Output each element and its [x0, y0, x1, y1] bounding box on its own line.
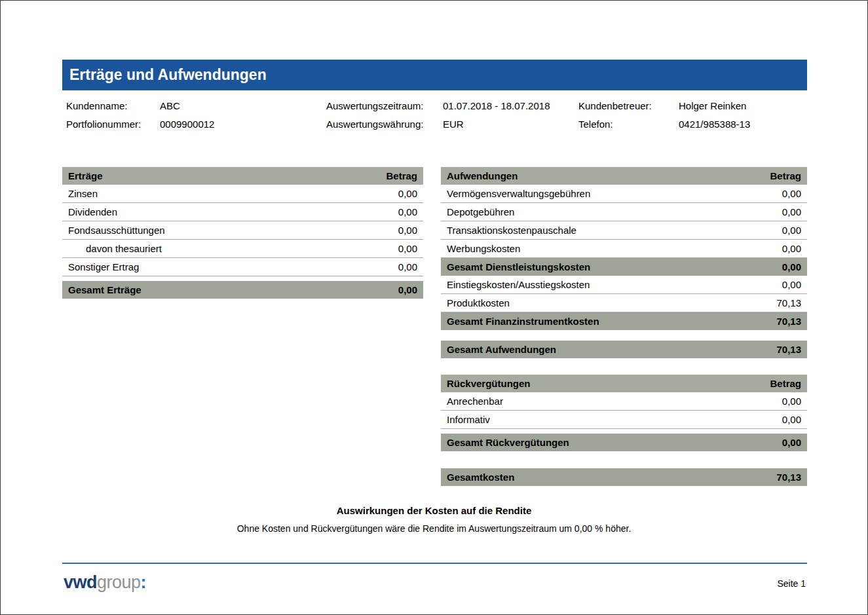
- total-amount: 0,00: [782, 261, 801, 272]
- expenses-column: Aufwendungen Betrag Vermögensverwaltungs…: [441, 167, 807, 486]
- expenses-total-row: Gesamt Aufwendungen 70,13: [441, 341, 807, 358]
- info-label-portfolionummer: Portfolionummer:: [66, 119, 160, 130]
- info-label-auswertungszeitraum: Auswertungszeitraum:: [326, 100, 443, 111]
- info-value-kundenbetreuer: Holger Reinken: [679, 100, 807, 111]
- logo-vwd: vwd: [64, 572, 97, 592]
- logo-colon: :: [141, 572, 147, 592]
- row-amount: 0,00: [398, 261, 417, 272]
- header-label: Rückvergütungen: [447, 378, 531, 389]
- total-amount: 70,13: [776, 344, 801, 355]
- total-label: Gesamt Finanzinstrumentkosten: [447, 316, 599, 327]
- report-page: Erträge und Aufwendungen Kundenname: ABC…: [0, 0, 868, 615]
- total-costs-row: Gesamtkosten 70,13: [441, 468, 807, 486]
- row-amount: 0,00: [398, 243, 417, 254]
- footer-divider: [62, 563, 807, 564]
- row-label: Produktkosten: [447, 297, 510, 308]
- info-value-telefon: 0421/985388-13: [679, 119, 807, 130]
- row-amount: 0,00: [782, 414, 801, 425]
- info-label-kundenbetreuer: Kundenbetreuer:: [578, 100, 679, 111]
- row-label: Informativ: [447, 414, 490, 425]
- table-row: Dividenden 0,00: [62, 203, 423, 221]
- row-amount: 0,00: [782, 396, 801, 407]
- info-value-auswertungswaehrung: EUR: [443, 119, 578, 130]
- row-amount: 70,13: [776, 297, 801, 308]
- total-amount: 70,13: [776, 316, 801, 327]
- table-row: Transaktionskostenpauschale 0,00: [441, 221, 807, 240]
- page-title: Erträge und Aufwendungen: [69, 66, 267, 84]
- page-number: Seite 1: [777, 578, 806, 589]
- row-amount: 0,00: [782, 188, 801, 199]
- row-amount: 0,00: [782, 206, 801, 217]
- rebates-total-row: Gesamt Rückvergütungen 0,00: [441, 434, 807, 451]
- total-amount: 70,13: [776, 472, 801, 483]
- row-label: Sonstiger Ertrag: [68, 261, 139, 272]
- total-label: Gesamt Erträge: [68, 284, 142, 295]
- table-row: Zinsen 0,00: [62, 185, 423, 203]
- info-label-kundenname: Kundenname:: [66, 100, 160, 111]
- income-table: Erträge Betrag Zinsen 0,00 Dividenden 0,…: [62, 167, 423, 299]
- total-label: Gesamt Rückvergütungen: [447, 437, 569, 448]
- table-row: davon thesauriert 0,00: [62, 240, 423, 258]
- info-value-auswertungszeitraum: 01.07.2018 - 18.07.2018: [443, 100, 578, 111]
- info-value-kundenname: ABC: [160, 100, 326, 111]
- row-amount: 0,00: [398, 206, 417, 217]
- table-row: Informativ 0,00: [441, 411, 807, 429]
- row-label: Depotgebühren: [447, 206, 514, 217]
- header-amount: Betrag: [770, 378, 801, 389]
- expenses-table-header: Aufwendungen Betrag: [441, 167, 807, 185]
- table-row: Anrechenbar 0,00: [441, 392, 807, 411]
- return-impact-note: Auswirkungen der Kosten auf die Rendite …: [1, 505, 867, 534]
- title-bar: Erträge und Aufwendungen: [62, 60, 807, 90]
- income-table-header: Erträge Betrag: [62, 167, 423, 185]
- total-label: Gesamtkosten: [447, 472, 514, 483]
- header-label: Erträge: [68, 170, 103, 181]
- rebates-table-header: Rückvergütungen Betrag: [441, 375, 807, 392]
- table-row: Produktkosten 70,13: [441, 294, 807, 312]
- header-label: Aufwendungen: [447, 170, 518, 181]
- income-total-row: Gesamt Erträge 0,00: [62, 281, 423, 299]
- total-label: Gesamt Aufwendungen: [447, 344, 556, 355]
- customer-info: Kundenname: ABC Auswertungszeitraum: 01.…: [66, 96, 807, 133]
- row-label: Vermögensverwaltungsgebühren: [447, 188, 590, 199]
- info-label-auswertungswaehrung: Auswertungswährung:: [326, 119, 443, 130]
- total-amount: 0,00: [782, 437, 801, 448]
- table-row: Vermögensverwaltungsgebühren 0,00: [441, 185, 807, 203]
- return-impact-title: Auswirkungen der Kosten auf die Rendite: [1, 505, 867, 516]
- row-amount: 0,00: [782, 225, 801, 236]
- instrument-costs-subtotal-row: Gesamt Finanzinstrumentkosten 70,13: [441, 312, 807, 330]
- row-label: Zinsen: [68, 188, 98, 199]
- table-row: Fondsausschüttungen 0,00: [62, 221, 423, 240]
- header-amount: Betrag: [770, 170, 801, 181]
- table-row: Einstiegskosten/Ausstiegskosten 0,00: [441, 276, 807, 294]
- row-label: Werbungskosten: [447, 243, 520, 254]
- return-impact-text: Ohne Kosten und Rückvergütungen wäre die…: [1, 523, 867, 534]
- expenses-table: Aufwendungen Betrag Vermögensverwaltungs…: [441, 167, 807, 358]
- row-amount: 0,00: [782, 279, 801, 290]
- info-value-portfolionummer: 0009900012: [160, 119, 326, 130]
- row-amount: 0,00: [782, 243, 801, 254]
- total-label: Gesamt Dienstleistungskosten: [447, 261, 590, 272]
- row-label: Transaktionskostenpauschale: [447, 225, 576, 236]
- service-costs-subtotal-row: Gesamt Dienstleistungskosten 0,00: [441, 258, 807, 276]
- row-amount: 0,00: [398, 225, 417, 236]
- logo-group: group: [97, 572, 141, 592]
- row-label: Anrechenbar: [447, 396, 503, 407]
- row-label: Einstiegskosten/Ausstiegskosten: [447, 279, 590, 290]
- rebates-table: Rückvergütungen Betrag Anrechenbar 0,00 …: [441, 375, 807, 451]
- total-amount: 0,00: [398, 284, 417, 295]
- header-amount: Betrag: [386, 170, 417, 181]
- info-label-telefon: Telefon:: [578, 119, 679, 130]
- table-row: Werbungskosten 0,00: [441, 240, 807, 258]
- row-label: Dividenden: [68, 206, 117, 217]
- row-label: davon thesauriert: [68, 243, 162, 254]
- table-row: Depotgebühren 0,00: [441, 203, 807, 221]
- vwd-group-logo: vwdgroup:: [64, 572, 146, 593]
- row-amount: 0,00: [398, 188, 417, 199]
- row-label: Fondsausschüttungen: [68, 225, 165, 236]
- table-row: Sonstiger Ertrag 0,00: [62, 258, 423, 276]
